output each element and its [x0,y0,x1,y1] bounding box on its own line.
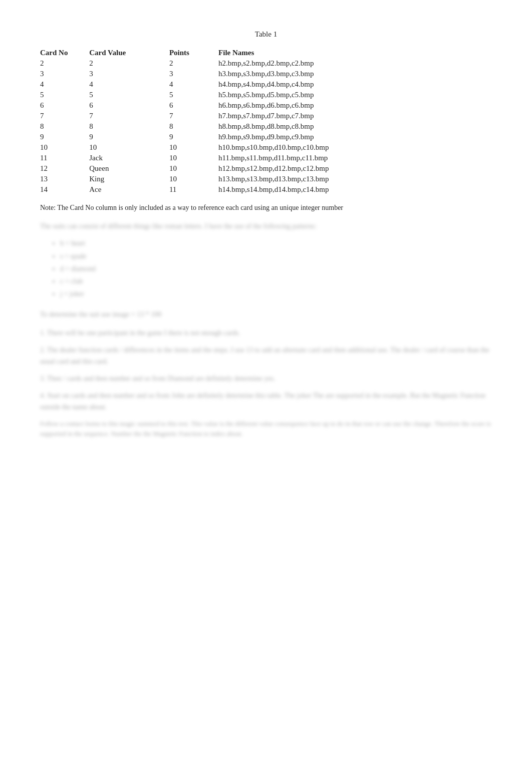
table-cell-filenames: h10.bmp,s10.bmp,d10.bmp,c10.bmp [218,142,391,153]
table-cell-cardvalue: 9 [89,132,169,142]
table-cell-points: 6 [169,100,218,111]
table-cell-points: 2 [169,58,218,69]
table-cell-cardno: 11 [40,153,89,163]
table-row: 12Queen10h12.bmp,s12.bmp,d12.bmp,c12.bmp [40,163,391,174]
table-cell-cardvalue: Jack [89,153,169,163]
table-cell-points: 10 [169,174,218,184]
table-cell-cardno: 13 [40,174,89,184]
table-cell-cardvalue: 5 [89,90,169,100]
table-cell-filenames: h7.bmp,s7.bmp,d7.bmp,c7.bmp [218,111,391,121]
list-item: h = heart [60,237,492,249]
table-cell-cardvalue: 10 [89,142,169,153]
table-cell-filenames: h11.bmp,s11.bmp,d11.bmp,c11.bmp [218,153,391,163]
page-title: Table 1 [40,30,492,39]
table-cell-points: 5 [169,90,218,100]
blurred-numbered-4: 4. Start on cards and then number and so… [40,390,492,413]
table-cell-points: 8 [169,121,218,132]
table-cell-cardno: 10 [40,142,89,153]
table-cell-filenames: h12.bmp,s12.bmp,d12.bmp,c12.bmp [218,163,391,174]
list-item: j = joker [60,288,492,300]
list-item: s = spade [60,250,492,263]
table-cell-cardvalue: 6 [89,100,169,111]
table-cell-cardvalue: 2 [89,58,169,69]
table-cell-points: 11 [169,184,218,195]
table-row: 13King10h13.bmp,s13.bmp,d13.bmp,c13.bmp [40,174,391,184]
col-header-points: Points [169,48,218,58]
table-cell-filenames: h3.bmp,s3.bmp,d3.bmp,c3.bmp [218,69,391,79]
table-cell-filenames: h2.bmp,s2.bmp,d2.bmp,c2.bmp [218,58,391,69]
list-item: c = club [60,275,492,288]
table-cell-filenames: h14.bmp,s14.bmp,d14.bmp,c14.bmp [218,184,391,195]
blurred-numbered-1: 1. There will be one participant in the … [40,328,492,339]
table-row: 888h8.bmp,s8.bmp,d8.bmp,c8.bmp [40,121,391,132]
table-row: 444h4.bmp,s4.bmp,d4.bmp,c4.bmp [40,79,391,90]
table-cell-points: 10 [169,142,218,153]
table-cell-cardno: 9 [40,132,89,142]
table-cell-cardno: 7 [40,111,89,121]
blurred-list: h = hearts = spaded = diamondc = clubj =… [60,237,492,300]
col-header-cardno: Card No [40,48,89,58]
table-cell-filenames: h9.bmp,s9.bmp,d9.bmp,c9.bmp [218,132,391,142]
table-cell-cardvalue: 7 [89,111,169,121]
table-cell-points: 10 [169,153,218,163]
table-cell-points: 10 [169,163,218,174]
table-row: 555h5.bmp,s5.bmp,d5.bmp,c5.bmp [40,90,391,100]
table-cell-points: 7 [169,111,218,121]
table-row: 777h7.bmp,s7.bmp,d7.bmp,c7.bmp [40,111,391,121]
table-row: 14Ace11h14.bmp,s14.bmp,d14.bmp,c14.bmp [40,184,391,195]
blurred-paragraph-3: Follow a contact forms to this magic sum… [40,419,492,438]
table-cell-filenames: h6.bmp,s6.bmp,d6.bmp,c6.bmp [218,100,391,111]
table-cell-cardvalue: King [89,174,169,184]
blurred-paragraph-2: To determine the suit use image = 13 * 1… [40,309,492,320]
table-cell-cardvalue: 8 [89,121,169,132]
table-cell-cardvalue: 4 [89,79,169,90]
col-header-filenames: File Names [218,48,391,58]
table-row: 999h9.bmp,s9.bmp,d9.bmp,c9.bmp [40,132,391,142]
table-cell-filenames: h5.bmp,s5.bmp,d5.bmp,c5.bmp [218,90,391,100]
table-cell-cardno: 8 [40,121,89,132]
table-cell-filenames: h13.bmp,s13.bmp,d13.bmp,c13.bmp [218,174,391,184]
table-cell-cardno: 14 [40,184,89,195]
table-cell-cardno: 5 [40,90,89,100]
table-cell-cardvalue: Ace [89,184,169,195]
list-item: d = diamond [60,263,492,275]
table-cell-cardno: 2 [40,58,89,69]
table-cell-cardno: 4 [40,79,89,90]
table-note: Note: The Card No column is only include… [40,204,492,212]
table-row: 222h2.bmp,s2.bmp,d2.bmp,c2.bmp [40,58,391,69]
table-row: 11Jack10h11.bmp,s11.bmp,d11.bmp,c11.bmp [40,153,391,163]
table-cell-points: 9 [169,132,218,142]
table-cell-filenames: h8.bmp,s8.bmp,d8.bmp,c8.bmp [218,121,391,132]
table-cell-points: 4 [169,79,218,90]
blurred-paragraph-1: The suits can consist of different thing… [40,221,492,232]
table-cell-cardvalue: 3 [89,69,169,79]
blurred-numbered-2: 2. The dealer function cards / differenc… [40,345,492,367]
table-cell-points: 3 [169,69,218,79]
table-row: 666h6.bmp,s6.bmp,d6.bmp,c6.bmp [40,100,391,111]
table-row: 101010h10.bmp,s10.bmp,d10.bmp,c10.bmp [40,142,391,153]
blurred-numbered-3: 3. Then / cards and then number and so f… [40,373,492,384]
table-cell-cardno: 3 [40,69,89,79]
table-row: 333h3.bmp,s3.bmp,d3.bmp,c3.bmp [40,69,391,79]
table-cell-cardno: 12 [40,163,89,174]
table-cell-filenames: h4.bmp,s4.bmp,d4.bmp,c4.bmp [218,79,391,90]
col-header-cardvalue: Card Value [89,48,169,58]
table-cell-cardno: 6 [40,100,89,111]
card-table: Card No Card Value Points File Names 222… [40,48,391,195]
table-cell-cardvalue: Queen [89,163,169,174]
